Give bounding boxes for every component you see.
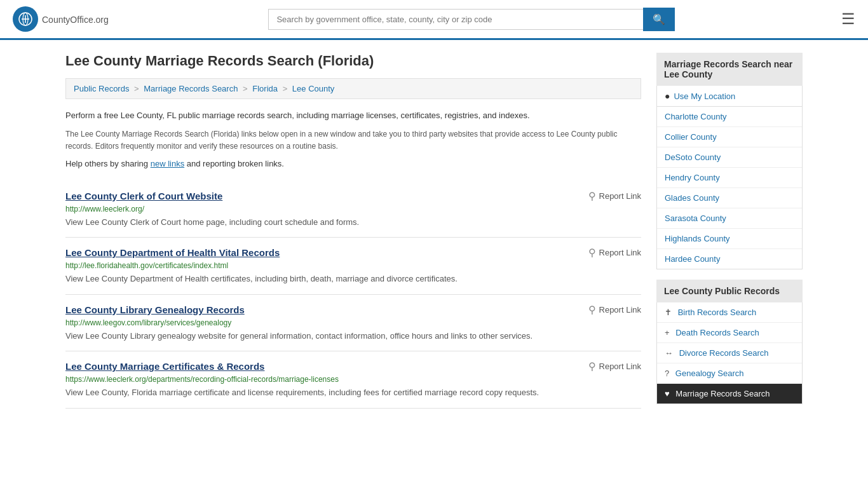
list-item: ↔ Divorce Records Search [657,343,802,363]
list-item: Hardee County [657,249,802,269]
records-list: Lee County Clerk of Court Website ⚲ Repo… [65,181,641,409]
record-item: Lee County Department of Health Vital Re… [65,238,641,295]
menu-button[interactable]: ☰ [841,10,855,28]
death-records-link[interactable]: Death Records Search [675,328,759,337]
divorce-icon: ↔ [665,348,673,358]
logo-text: CountyOffice.org [42,13,109,26]
county-link[interactable]: Collier County [665,132,717,142]
nearby-heading: Marriage Records Search near Lee County [656,53,803,86]
description-secondary: The Lee County Marriage Records Search (… [65,128,641,152]
county-link[interactable]: DeSoto County [665,152,721,162]
record-title: Lee County Marriage Certificates & Recor… [65,361,264,372]
record-description: View Lee County Library genealogy websit… [65,330,641,342]
list-item: Glades County [657,188,802,208]
breadcrumb-public-records[interactable]: Public Records [74,84,129,93]
logo[interactable]: CountyOffice.org [13,6,109,32]
report-icon: ⚲ [588,190,596,202]
page-title: Lee County Marriage Records Search (Flor… [65,53,641,69]
public-records-list: ✝ Birth Records Search + Death Records S… [656,302,803,404]
description-primary: Perform a free Lee County, FL public mar… [65,109,641,122]
report-icon: ⚲ [588,304,596,316]
record-description: View Lee County Clerk of Court home page… [65,216,641,229]
record-url: http://lee.floridahealth.gov/certificate… [65,261,641,270]
record-link[interactable]: Lee County Library Genealogy Records [65,304,245,315]
breadcrumb: Public Records > Marriage Records Search… [65,78,641,99]
main-content: Lee County Marriage Records Search (Flor… [65,53,641,414]
record-item: Lee County Marriage Certificates & Recor… [65,351,641,409]
list-item: ✝ Birth Records Search [657,302,802,323]
record-description: View Lee County, Florida marriage certif… [65,386,641,399]
list-item: Highlands County [657,229,802,249]
list-item: DeSoto County [657,147,802,168]
record-url: http://www.leegov.com/library/services/g… [65,318,641,327]
report-link-button[interactable]: ⚲ Report Link [588,190,641,202]
birth-icon: ✝ [665,308,672,317]
report-link-button[interactable]: ⚲ Report Link [588,360,641,372]
breadcrumb-marriage-records[interactable]: Marriage Records Search [144,84,238,93]
use-location[interactable]: ● Use My Location [656,86,803,107]
use-my-location-link[interactable]: Use My Location [674,92,735,101]
marriage-records-link[interactable]: Marriage Records Search [675,389,770,398]
site-header: CountyOffice.org 🔍 ☰ [0,0,868,40]
record-url: https://www.leeclerk.org/departments/rec… [65,375,641,384]
list-item: Hendry County [657,168,802,188]
genealogy-icon: ? [665,369,669,378]
sidebar: Marriage Records Search near Lee County … [656,53,803,414]
record-description: View Lee County Department of Health cer… [65,273,641,285]
list-item: Sarasota County [657,208,802,229]
county-link[interactable]: Charlotte County [665,112,727,121]
death-icon: + [665,328,670,337]
county-link[interactable]: Sarasota County [665,214,726,223]
nearby-counties-list: Charlotte County Collier County DeSoto C… [656,107,803,269]
search-button[interactable]: 🔍 [643,8,675,31]
pin-icon: ● [665,91,670,101]
record-url: http://www.leeclerk.org/ [65,205,641,214]
record-link[interactable]: Lee County Department of Health Vital Re… [65,247,280,258]
search-bar: 🔍 [268,8,675,31]
county-link[interactable]: Hardee County [665,254,720,264]
report-icon: ⚲ [588,360,596,372]
content-wrap: Lee County Marriage Records Search (Flor… [53,40,815,440]
record-title: Lee County Department of Health Vital Re… [65,247,280,258]
nearby-section: Marriage Records Search near Lee County … [656,53,803,269]
list-item: ? Genealogy Search [657,363,802,384]
record-link[interactable]: Lee County Clerk of Court Website [65,191,222,201]
divorce-records-link[interactable]: Divorce Records Search [679,348,769,358]
record-title: Lee County Clerk of Court Website [65,191,222,201]
report-link-button[interactable]: ⚲ Report Link [588,304,641,316]
record-link[interactable]: Lee County Marriage Certificates & Recor… [65,361,264,372]
report-icon: ⚲ [588,247,596,259]
county-link[interactable]: Hendry County [665,173,720,182]
public-records-heading: Lee County Public Records [656,280,803,302]
county-link[interactable]: Glades County [665,193,719,203]
list-item-active: ♥ Marriage Records Search [657,384,802,403]
birth-records-link[interactable]: Birth Records Search [678,308,757,317]
list-item: Charlotte County [657,107,802,127]
record-item: Lee County Clerk of Court Website ⚲ Repo… [65,181,641,238]
report-link-button[interactable]: ⚲ Report Link [588,247,641,259]
public-records-section: Lee County Public Records ✝ Birth Record… [656,280,803,404]
breadcrumb-lee-county[interactable]: Lee County [292,84,335,93]
breadcrumb-florida[interactable]: Florida [252,84,278,93]
marriage-icon: ♥ [665,389,670,398]
list-item: Collier County [657,127,802,147]
logo-icon [13,6,38,32]
list-item: + Death Records Search [657,323,802,343]
record-item: Lee County Library Genealogy Records ⚲ R… [65,295,641,352]
genealogy-link[interactable]: Genealogy Search [675,369,744,378]
new-links-link[interactable]: new links [151,159,184,168]
search-input[interactable] [268,9,643,30]
description-share: Help others by sharing new links and rep… [65,159,641,168]
county-link[interactable]: Highlands County [665,234,730,243]
record-title: Lee County Library Genealogy Records [65,304,245,315]
